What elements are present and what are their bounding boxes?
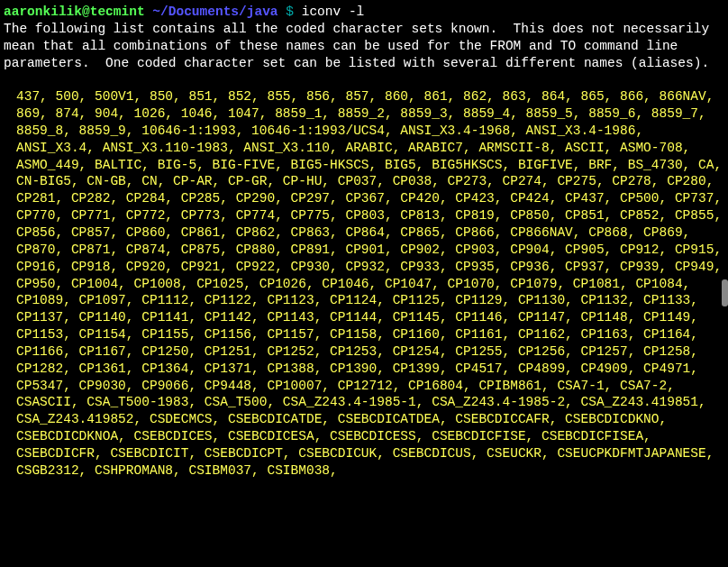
terminal-output: aaronkilik@tecmint ~/Documents/java $ ic… [4, 4, 724, 480]
prompt-line: aaronkilik@tecmint ~/Documents/java $ ic… [4, 4, 724, 21]
command-text: iconv -l [302, 5, 365, 19]
user-host: aaronkilik@tecmint [4, 5, 145, 19]
scrollbar-thumb[interactable] [722, 279, 728, 306]
output-description: The following list contains all the code… [4, 21, 724, 72]
prompt-dollar: $ [278, 5, 302, 19]
blank-line [4, 71, 724, 88]
prompt-path: ~/Documents/java [152, 5, 278, 19]
encoding-listing: 437, 500, 500V1, 850, 851, 852, 855, 856… [4, 88, 724, 479]
